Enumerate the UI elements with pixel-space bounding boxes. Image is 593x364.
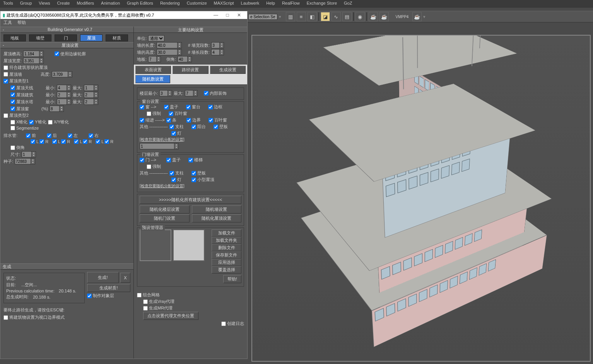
gen-tab[interactable]: 生成设置 <box>210 66 246 74</box>
xycone-checkbox[interactable]: X/Y锥化 <box>48 119 69 125</box>
render-frame-icon[interactable]: ☕ <box>379 12 389 21</box>
menu-create[interactable]: Create <box>57 1 70 7</box>
roof-width-spinner[interactable]: ▲▼ <box>23 58 44 64</box>
cancel-x-button[interactable]: X <box>120 273 130 283</box>
antenna-checkbox[interactable]: 屋顶天线 <box>10 85 33 91</box>
schematic-icon[interactable]: ▤ <box>342 12 352 21</box>
vray-proxy-checkbox[interactable]: 生成Vray代理 <box>143 299 174 304</box>
floater-menu-help[interactable]: 帮助 <box>17 20 26 26</box>
preset-thumb-1[interactable] <box>140 229 171 261</box>
combine-mesh-checkbox[interactable]: 组合网格 <box>137 292 160 298</box>
menu-realflow[interactable]: RealFlow <box>282 1 300 7</box>
rooftype2-checkbox[interactable]: 屋顶类型2 <box>3 113 29 118</box>
randomize-all-button[interactable]: >>>>>随机化所有建筑设置<<<<< <box>140 196 241 204</box>
curve-editor-icon[interactable]: ∿ <box>332 12 341 21</box>
create-log-checkbox[interactable]: 创建日志 <box>221 321 244 326</box>
mr-proxy-checkbox[interactable]: 生成MR代理 <box>143 305 173 311</box>
load-folder-button[interactable]: 加载文件夹 <box>212 237 241 244</box>
menu-customize[interactable]: Customize <box>187 1 207 7</box>
wseg-spinner[interactable]: ▲▼ <box>211 42 224 48</box>
override-sel-button[interactable]: 覆盖选择 <box>212 266 241 273</box>
seed-spinner[interactable]: ▲▼ <box>15 158 35 164</box>
tab-material[interactable]: 材质 <box>106 34 128 41</box>
surface-tab[interactable]: 表面设置 <box>135 66 171 74</box>
main-menu-bar[interactable]: Tools Group Views Create Modifiers Anima… <box>0 0 593 8</box>
conform-checkbox[interactable]: 符合建筑形状的屋顶 <box>3 65 48 70</box>
menu-animation[interactable]: Animation <box>101 1 120 7</box>
make-objlayer-checkbox[interactable]: 制作对象层 <box>87 293 114 299</box>
rand-door-button[interactable]: 随机门设置 <box>140 214 190 222</box>
load-file-button[interactable]: 加载文件 <box>212 229 241 237</box>
menu-graph[interactable]: Graph Editors <box>127 1 153 7</box>
gen-material-button[interactable]: 生成材质! <box>87 284 130 292</box>
left-header-bar[interactable]: - Building Generator v0.7 <box>0 27 133 33</box>
roofwall-height-spinner[interactable]: ▲▼ <box>52 71 72 77</box>
rand-wall-button[interactable]: 随机墙设置 <box>192 205 242 214</box>
wall-length-spinner[interactable]: ▲▼ <box>157 42 182 48</box>
unit-select[interactable]: 通用 <box>148 35 164 41</box>
struct-rollup[interactable]: 主要结构设置 <box>134 27 247 33</box>
menu-rendering[interactable]: Rendering <box>160 1 180 7</box>
help-button[interactable]: 帮助! <box>223 275 241 283</box>
roof-rollup[interactable]: - 屋顶设置 <box>0 42 133 48</box>
maximize-icon[interactable]: □ <box>222 12 233 18</box>
snap-toggle-icon[interactable]: ◪ <box>321 12 330 21</box>
save-file-button[interactable]: 保存新文件 <box>212 251 241 259</box>
chamfer-spinner[interactable]: ▲▼ <box>178 56 192 62</box>
rand-roof-button[interactable]: 随机化屋顶设置 <box>192 214 242 222</box>
wall-height-spinner[interactable]: ▲▼ <box>157 49 182 55</box>
tab-floor[interactable]: 地板 <box>3 34 26 41</box>
mirror-icon[interactable]: ▥ <box>286 12 295 21</box>
vp-bounds-checkbox[interactable]: 将建筑物设置为视口边界模式 <box>3 314 65 320</box>
menu-laubwerk[interactable]: Laubwerk <box>241 1 260 7</box>
menu-exchange[interactable]: Exchange Store <box>307 1 337 7</box>
eave-height-spinner[interactable]: ▲▼ <box>23 51 44 57</box>
window-titlebar[interactable]: ▮ 建筑生成器(由QQ703856088汉化共享,此汉化为免费共享，禁止盗用收费… <box>0 11 247 19</box>
floors-spinner[interactable]: ▲▼ <box>148 56 161 62</box>
floater-menu[interactable]: 工具 帮助 <box>0 19 247 27</box>
layers-icon[interactable]: ◧ <box>308 12 317 21</box>
menu-views[interactable]: Views <box>39 1 50 7</box>
segmentize-checkbox[interactable]: Segmentize <box>10 126 39 130</box>
delete-file-button[interactable]: 删除文件 <box>212 244 241 251</box>
menu-maxscript[interactable]: MAXScript <box>214 1 234 7</box>
generate-rollup[interactable]: 生成 <box>0 263 133 270</box>
roofwindow-checkbox[interactable]: 屋顶窗 <box>10 106 29 112</box>
material-editor-icon[interactable]: ◉ <box>355 12 365 21</box>
path-tab[interactable]: 路径设置 <box>173 66 208 74</box>
menu-modifiers[interactable]: Modifiers <box>77 1 94 7</box>
tab-roof[interactable]: 屋顶 <box>80 34 103 41</box>
check-link[interactable]: [检查您要随机分配的设置] <box>140 137 185 142</box>
chamfer-size-spinner[interactable]: ▲▼ <box>22 151 36 157</box>
minimize-icon[interactable]: — <box>210 12 222 18</box>
tab-wall[interactable]: 墙壁 <box>29 34 51 41</box>
close-icon[interactable]: ✕ <box>233 12 245 18</box>
ycone-checkbox[interactable]: Y锥化 <box>29 119 46 125</box>
selection-set-dropdown[interactable]: e Selection Se <box>248 14 277 20</box>
use-edge-checkbox[interactable]: 使用边缘轮廓 <box>55 51 86 57</box>
rooftype1-checkbox[interactable]: 屋顶类型1 <box>3 78 29 84</box>
perspective-viewport[interactable] <box>251 35 591 362</box>
tab-door[interactable]: 门 <box>55 34 77 41</box>
random-tab[interactable]: 随机数设置 <box>135 75 170 83</box>
menu-tools[interactable]: Tools <box>3 1 13 7</box>
teapot-render-icon[interactable]: ☕ <box>412 12 422 21</box>
xcone-checkbox[interactable]: X锥化 <box>10 119 27 125</box>
align-icon[interactable]: ≡ <box>297 12 306 21</box>
collapse-icon[interactable]: - <box>0 27 7 32</box>
menu-goz[interactable]: GoZ <box>344 1 352 7</box>
menu-group[interactable]: Group <box>20 1 32 7</box>
roofwall-checkbox[interactable]: 屋顶墙 <box>3 72 22 77</box>
watertower-checkbox[interactable]: 屋顶水塔 <box>10 99 33 105</box>
lseg-spinner[interactable]: ▲▼ <box>211 49 224 55</box>
preset-thumb-2[interactable] <box>173 229 205 261</box>
floater-menu-tools[interactable]: 工具 <box>3 20 12 26</box>
apply-sel-button[interactable]: 应用选择 <box>212 259 241 266</box>
proxy-folder-button[interactable]: 点击设置代理文件夹位置 <box>143 312 198 320</box>
render-setup-icon[interactable]: ☕ <box>369 12 378 21</box>
generate-button[interactable]: 生成! <box>87 272 119 283</box>
rand-floor-button[interactable]: 随机化楼层设置 <box>140 205 190 214</box>
chamfer-checkbox[interactable]: 倒角 <box>10 145 25 150</box>
menu-help[interactable]: Help <box>266 1 275 7</box>
roofbuild-checkbox[interactable]: 屋顶建筑 <box>10 92 33 98</box>
